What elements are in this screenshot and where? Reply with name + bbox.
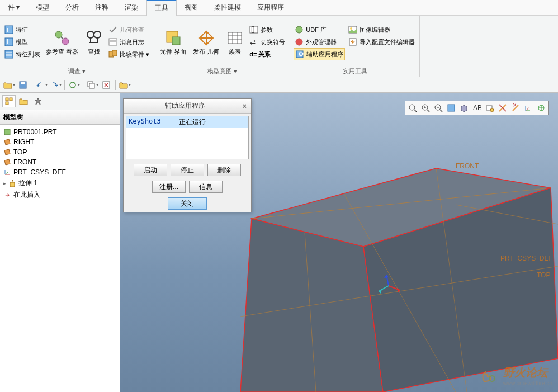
plane-icon (3, 138, 11, 146)
menubar: 件 ▾ 模型 分析 注释 渲染 工具 视图 柔性建模 应用程序 (0, 0, 558, 16)
qat-regen[interactable]: ▾ (68, 79, 80, 91)
btn-display-style[interactable] (458, 102, 470, 114)
tab-render[interactable]: 渲染 (117, 0, 146, 15)
btn-switch-symbol[interactable]: ⇄切换符号 (248, 36, 286, 48)
btn-params[interactable]: []参数 (248, 23, 286, 36)
btn-find[interactable]: 查找 (83, 18, 105, 66)
btn-feature-list[interactable]: 特征列表 (3, 48, 41, 60)
svg-line-52 (5, 172, 8, 174)
btn-datum-display[interactable] (496, 102, 509, 114)
btn-close[interactable]: 关闭 (168, 197, 207, 210)
btn-info[interactable]: 信息 (189, 181, 223, 193)
svg-point-12 (94, 31, 101, 38)
btn-register[interactable]: 注册... (152, 181, 186, 193)
btn-import-profile[interactable]: 导入配置文件编辑器 (347, 36, 416, 48)
tab-model[interactable]: 模型 (28, 0, 58, 15)
tab-folder-tree[interactable] (17, 95, 30, 107)
btn-repaint[interactable] (445, 102, 457, 114)
plane-icon (3, 158, 11, 166)
btn-saved-views[interactable]: AB (471, 102, 483, 114)
btn-comp-interface[interactable]: 元件 界面 (158, 18, 188, 66)
model-tree: PRT0001.PRT RIGHT TOP FRONT PRT_CSYS_DEF… (0, 125, 120, 203)
svg-text:AB: AB (473, 104, 481, 112)
btn-compare-part[interactable]: 比较零件 ▾ (107, 48, 150, 60)
btn-zoom-in[interactable] (419, 102, 432, 114)
btn-point-display[interactable] (522, 102, 535, 114)
tree-item-part[interactable]: PRT0001.PRT (1, 127, 119, 137)
aux-app-dialog: 辅助应用程序 × KeyShot3 正在运行 启动 停止 删除 注册... 信息… (123, 98, 252, 212)
part-icon (3, 128, 11, 136)
csys-icon (3, 168, 11, 176)
btn-model-info[interactable]: i模型 (3, 36, 41, 48)
group-label-investigate: 调查 ▾ (3, 66, 150, 77)
btn-relation[interactable]: d= 关系 (248, 48, 286, 60)
btn-stop[interactable]: 停止 (171, 164, 204, 176)
svg-rect-20 (112, 50, 117, 56)
tab-view[interactable]: 视图 (177, 0, 206, 15)
dialog-titlebar[interactable]: 辅助应用程序 × (124, 99, 251, 114)
svg-rect-42 (89, 83, 94, 88)
btn-family-table[interactable]: 族表 (224, 18, 246, 66)
btn-axis-display[interactable]: × (509, 102, 522, 114)
svg-rect-22 (172, 37, 180, 45)
svg-point-36 (350, 27, 352, 30)
tree-item-top[interactable]: TOP (1, 147, 119, 157)
svg-point-11 (87, 31, 94, 38)
dialog-list[interactable]: KeyShot3 正在运行 (126, 116, 249, 159)
btn-delete[interactable]: 删除 (207, 164, 241, 176)
btn-ref-viewer[interactable]: 参考查 看器 (44, 18, 81, 66)
tree-item-extrude[interactable]: ▸拉伸 1 (1, 177, 119, 189)
btn-refit[interactable] (406, 102, 419, 114)
watermark-url: www.proewildfire.cn (503, 380, 552, 386)
insert-icon: ➜ (3, 191, 11, 199)
qat-save[interactable] (17, 79, 29, 91)
dialog-close-icon[interactable]: × (243, 102, 247, 110)
main-area: 模型树 PRT0001.PRT RIGHT TOP FRONT PRT_CSYS… (0, 93, 558, 392)
btn-geom-check[interactable]: 几何检查 (107, 23, 150, 36)
svg-line-70 (414, 110, 417, 112)
btn-aux-app[interactable]: ⚙辅助应用程序 (294, 48, 345, 60)
group-label-model-intent: 模型意图 ▾ (158, 66, 286, 77)
qat-close[interactable] (100, 79, 112, 91)
svg-rect-78 (448, 105, 455, 111)
qat-folder[interactable]: ▾ (119, 79, 131, 91)
btn-udf-lib[interactable]: UDF 库 (294, 23, 345, 36)
app-status: 正在运行 (177, 116, 248, 128)
tab-file[interactable]: 件 ▾ (0, 0, 28, 15)
dialog-title: 辅助应用程序 (128, 101, 243, 111)
tab-analysis[interactable]: 分析 (58, 0, 87, 15)
svg-line-77 (440, 110, 442, 112)
btn-zoom-out[interactable] (432, 102, 444, 114)
svg-rect-53 (10, 182, 15, 187)
qat-redo[interactable]: ▾ (49, 79, 62, 91)
label-front: FRONT (456, 162, 479, 170)
extrude-icon (8, 180, 16, 187)
tab-application[interactable]: 应用程序 (249, 0, 292, 15)
qat-windows[interactable]: ▾ (86, 79, 98, 91)
svg-rect-49 (4, 129, 10, 135)
svg-point-31 (296, 26, 302, 33)
btn-publish-geom[interactable]: 发布 几何 (191, 18, 221, 66)
svg-point-32 (296, 39, 302, 45)
tab-annotation[interactable]: 注释 (87, 0, 117, 15)
btn-view-mgr[interactable] (484, 102, 496, 114)
tree-item-front[interactable]: FRONT (1, 157, 119, 167)
tree-item-csys[interactable]: PRT_CSYS_DEF (1, 167, 119, 177)
list-row[interactable]: KeyShot3 正在运行 (126, 116, 248, 128)
svg-line-10 (61, 37, 63, 39)
qat-open[interactable]: ▾ (3, 79, 15, 91)
btn-image-editor[interactable]: 图像编辑器 (347, 23, 416, 36)
btn-csys-display[interactable] (535, 102, 547, 114)
qat-undo[interactable]: ▾ (35, 79, 48, 91)
tree-item-right[interactable]: RIGHT (1, 137, 119, 147)
btn-appearance-mgr[interactable]: 外观管理器 (294, 36, 345, 48)
tab-model-tree[interactable] (2, 95, 16, 107)
tab-tools[interactable]: 工具 (146, 0, 177, 16)
tab-favorites[interactable] (31, 95, 45, 107)
tab-flex-model[interactable]: 柔性建模 (206, 0, 249, 15)
btn-start[interactable]: 启动 (134, 164, 167, 176)
tree-item-insert-here[interactable]: ➜在此插入 (1, 189, 119, 201)
btn-msg-log[interactable]: 消息日志 (107, 36, 150, 48)
btn-feature-info[interactable]: i特征 (3, 23, 41, 36)
sidebar: 模型树 PRT0001.PRT RIGHT TOP FRONT PRT_CSYS… (0, 93, 120, 392)
